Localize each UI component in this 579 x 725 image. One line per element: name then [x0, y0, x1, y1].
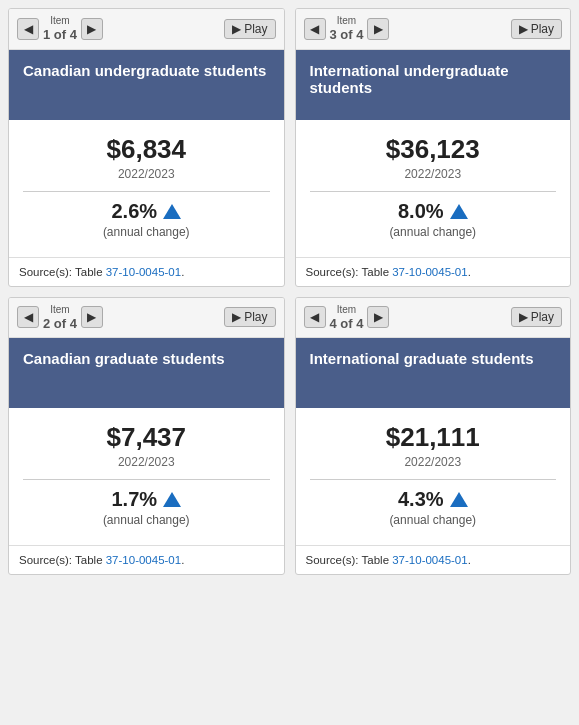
- prev-button[interactable]: ◀: [17, 18, 39, 40]
- play-button[interactable]: ▶ Play: [511, 19, 562, 39]
- play-icon: ▶: [519, 310, 528, 324]
- card-footer: Source(s): Table 37-10-0045-01.: [296, 545, 571, 574]
- annual-label: (annual change): [310, 225, 557, 239]
- card-nav: ◀ Item 2 of 4 ▶ ▶ Play: [9, 298, 284, 339]
- card-body: $6,834 2022/2023 2.6% (annual change): [9, 120, 284, 257]
- play-button[interactable]: ▶ Play: [511, 307, 562, 327]
- change-row: 4.3%: [310, 488, 557, 511]
- card-nav: ◀ Item 3 of 4 ▶ ▶ Play: [296, 9, 571, 50]
- next-button[interactable]: ▶: [81, 306, 103, 328]
- card-card-3: ◀ Item 3 of 4 ▶ ▶ Play International und…: [295, 8, 572, 287]
- card-header: Canadian undergraduate students: [9, 50, 284, 120]
- arrow-up-icon: [163, 204, 181, 219]
- item-text: Item: [43, 15, 77, 27]
- play-icon: ▶: [232, 22, 241, 36]
- prev-button[interactable]: ◀: [304, 18, 326, 40]
- item-label: Item 2 of 4: [43, 304, 77, 332]
- prev-button[interactable]: ◀: [304, 306, 326, 328]
- year-label: 2022/2023: [310, 167, 557, 181]
- divider: [310, 191, 557, 192]
- card-card-2: ◀ Item 2 of 4 ▶ ▶ Play Canadian graduate…: [8, 297, 285, 576]
- card-card-4: ◀ Item 4 of 4 ▶ ▶ Play International gra…: [295, 297, 572, 576]
- prev-button[interactable]: ◀: [17, 306, 39, 328]
- source-link[interactable]: 37-10-0045-01: [106, 554, 181, 566]
- divider: [23, 479, 270, 480]
- amount-value: $36,123: [310, 134, 557, 165]
- change-row: 8.0%: [310, 200, 557, 223]
- divider: [310, 479, 557, 480]
- play-label: Play: [531, 22, 554, 36]
- card-nav: ◀ Item 1 of 4 ▶ ▶ Play: [9, 9, 284, 50]
- cards-grid: ◀ Item 1 of 4 ▶ ▶ Play Canadian undergra…: [8, 8, 571, 575]
- year-label: 2022/2023: [23, 455, 270, 469]
- arrow-up-icon: [163, 492, 181, 507]
- card-nav: ◀ Item 4 of 4 ▶ ▶ Play: [296, 298, 571, 339]
- year-label: 2022/2023: [23, 167, 270, 181]
- amount-value: $7,437: [23, 422, 270, 453]
- next-button[interactable]: ▶: [367, 18, 389, 40]
- item-num: 4 of 4: [330, 316, 364, 332]
- source-text: Source(s): Table: [306, 266, 393, 278]
- source-link[interactable]: 37-10-0045-01: [392, 266, 467, 278]
- play-label: Play: [531, 310, 554, 324]
- play-icon: ▶: [519, 22, 528, 36]
- card-card-1: ◀ Item 1 of 4 ▶ ▶ Play Canadian undergra…: [8, 8, 285, 287]
- amount-value: $6,834: [23, 134, 270, 165]
- card-body: $36,123 2022/2023 8.0% (annual change): [296, 120, 571, 257]
- annual-label: (annual change): [23, 225, 270, 239]
- change-row: 2.6%: [23, 200, 270, 223]
- play-button[interactable]: ▶ Play: [224, 19, 275, 39]
- next-button[interactable]: ▶: [367, 306, 389, 328]
- next-button[interactable]: ▶: [81, 18, 103, 40]
- card-body: $7,437 2022/2023 1.7% (annual change): [9, 408, 284, 545]
- arrow-up-icon: [450, 492, 468, 507]
- card-footer: Source(s): Table 37-10-0045-01.: [296, 257, 571, 286]
- play-icon: ▶: [232, 310, 241, 324]
- item-label: Item 3 of 4: [330, 15, 364, 43]
- source-text: Source(s): Table: [19, 266, 106, 278]
- card-body: $21,111 2022/2023 4.3% (annual change): [296, 408, 571, 545]
- play-label: Play: [244, 22, 267, 36]
- card-footer: Source(s): Table 37-10-0045-01.: [9, 257, 284, 286]
- change-row: 1.7%: [23, 488, 270, 511]
- change-value: 4.3%: [398, 488, 444, 511]
- card-header: International undergraduate students: [296, 50, 571, 120]
- item-text: Item: [330, 15, 364, 27]
- source-period: .: [468, 554, 471, 566]
- card-header: International graduate students: [296, 338, 571, 408]
- source-text: Source(s): Table: [19, 554, 106, 566]
- source-text: Source(s): Table: [306, 554, 393, 566]
- annual-label: (annual change): [310, 513, 557, 527]
- play-label: Play: [244, 310, 267, 324]
- source-period: .: [181, 266, 184, 278]
- card-footer: Source(s): Table 37-10-0045-01.: [9, 545, 284, 574]
- item-text: Item: [330, 304, 364, 316]
- item-num: 2 of 4: [43, 316, 77, 332]
- amount-value: $21,111: [310, 422, 557, 453]
- arrow-up-icon: [450, 204, 468, 219]
- item-label: Item 1 of 4: [43, 15, 77, 43]
- play-button[interactable]: ▶ Play: [224, 307, 275, 327]
- source-link[interactable]: 37-10-0045-01: [392, 554, 467, 566]
- annual-label: (annual change): [23, 513, 270, 527]
- year-label: 2022/2023: [310, 455, 557, 469]
- item-num: 1 of 4: [43, 27, 77, 43]
- item-text: Item: [43, 304, 77, 316]
- item-label: Item 4 of 4: [330, 304, 364, 332]
- change-value: 8.0%: [398, 200, 444, 223]
- source-period: .: [468, 266, 471, 278]
- change-value: 2.6%: [111, 200, 157, 223]
- card-header: Canadian graduate students: [9, 338, 284, 408]
- item-num: 3 of 4: [330, 27, 364, 43]
- divider: [23, 191, 270, 192]
- source-link[interactable]: 37-10-0045-01: [106, 266, 181, 278]
- source-period: .: [181, 554, 184, 566]
- change-value: 1.7%: [111, 488, 157, 511]
